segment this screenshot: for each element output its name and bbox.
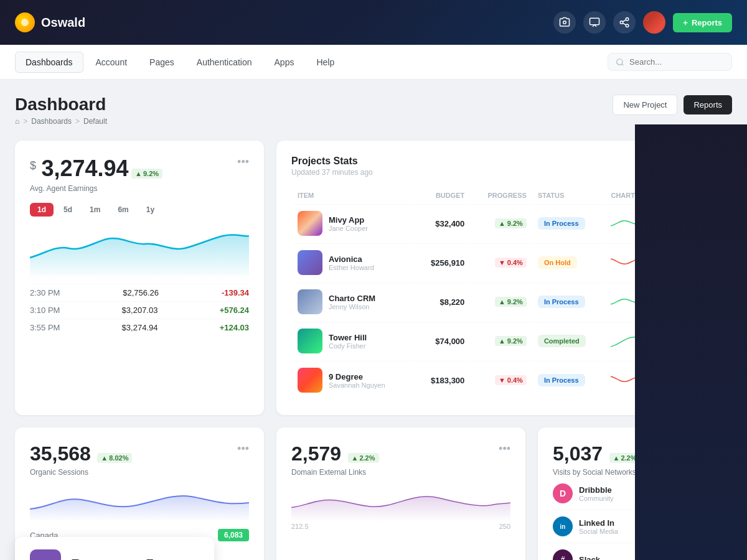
- page-title: Dashboard: [15, 95, 107, 114]
- nav-bar: Dashboards Account Pages Authentication …: [0, 45, 747, 80]
- nav-pages[interactable]: Pages: [139, 52, 184, 72]
- reports-button[interactable]: Reports: [684, 95, 732, 114]
- projects-title: Projects Stats: [291, 156, 373, 167]
- nav-links: Dashboards Account Pages Authentication …: [15, 52, 344, 73]
- new-project-button[interactable]: New Project: [613, 95, 677, 115]
- search-input[interactable]: [629, 57, 723, 67]
- organic-badge: ▲ 8.02%: [97, 453, 132, 463]
- domain-label: Domain External Links: [291, 468, 379, 477]
- logo-icon: [15, 12, 35, 32]
- earnings-row-2: 3:10 PM $3,207.03 +576.24: [30, 301, 249, 319]
- status-badge: In Process: [538, 217, 585, 230]
- col-budget: BUDGET: [415, 188, 469, 203]
- col-status: STATUS: [533, 188, 605, 203]
- domain-chart: [291, 484, 510, 521]
- project-icon-avionica: [298, 250, 322, 275]
- project-item: Mivy App Jane Cooper: [298, 211, 409, 236]
- search-icon: [616, 58, 624, 67]
- domain-header: 2,579 ▲ 2.2% Domain External Links •••: [291, 442, 510, 477]
- domain-number: 2,579: [291, 442, 341, 465]
- svg-line-8: [622, 63, 624, 65]
- domain-badge: ▲ 2.2%: [348, 453, 379, 463]
- nav-account[interactable]: Account: [86, 52, 138, 72]
- domain-more-btn[interactable]: •••: [499, 442, 510, 455]
- svg-point-0: [563, 21, 566, 24]
- nav-help[interactable]: Help: [306, 52, 344, 72]
- earnings-card: $ 3,274.94 ▲ 9.2% Avg. Agent Earnings ••…: [15, 141, 264, 415]
- domain-number-row: 2,579 ▲ 2.2%: [291, 442, 379, 465]
- home-icon: ⌂: [15, 117, 19, 126]
- linkedin-icon: in: [553, 516, 573, 536]
- earnings-label: Avg. Agent Earnings: [30, 184, 162, 193]
- projects-title-area: Projects Stats Updated 37 minutes ago: [291, 156, 373, 177]
- bootstrap-overlay: B Bootstrap 5: [15, 537, 214, 560]
- dark-overlay: [635, 124, 747, 560]
- svg-point-7: [617, 58, 622, 64]
- earnings-amount: 3,274.94: [41, 156, 128, 181]
- project-icon-tower: [298, 329, 322, 353]
- cards-row: $ 3,274.94 ▲ 9.2% Avg. Agent Earnings ••…: [15, 141, 732, 415]
- earnings-info: $ 3,274.94 ▲ 9.2% Avg. Agent Earnings: [30, 156, 162, 193]
- time-filter: 1d 5d 1m 6m 1y: [30, 203, 249, 217]
- bootstrap-text: Bootstrap 5: [71, 556, 154, 560]
- dollar-sign: $: [30, 159, 36, 172]
- status-badge: On Hold: [538, 256, 577, 269]
- top-actions: + Reports: [553, 11, 732, 34]
- chart-svg: [30, 226, 249, 276]
- organic-number-row: 35,568 ▲ 8.02%: [30, 442, 132, 465]
- col-progress: PROGRESS: [471, 188, 532, 203]
- page-title-area: Dashboard ⌂ > Dashboards > Default: [15, 95, 107, 126]
- organic-chart: [30, 484, 249, 521]
- status-badge: In Process: [538, 374, 585, 386]
- time-1m[interactable]: 1m: [82, 203, 108, 217]
- project-icon-mivy: [298, 211, 322, 236]
- breadcrumb-default: Default: [83, 117, 107, 126]
- avatar[interactable]: [643, 11, 665, 34]
- social-label: Visits by Social Networks: [553, 468, 641, 477]
- nav-authentication[interactable]: Authentication: [187, 52, 262, 72]
- plus-icon: +: [683, 18, 688, 27]
- svg-rect-1: [590, 18, 599, 25]
- logo-area: Oswald: [15, 12, 85, 32]
- earnings-header: $ 3,274.94 ▲ 9.2% Avg. Agent Earnings ••…: [30, 156, 249, 193]
- share-icon-btn[interactable]: [613, 11, 636, 34]
- project-item: Tower Hill Cody Fisher: [298, 329, 409, 353]
- organic-label: Organic Sessions: [30, 468, 132, 477]
- social-number: 5,037: [553, 442, 603, 465]
- camera-icon-btn[interactable]: [553, 11, 576, 34]
- monitor-icon-btn[interactable]: [583, 11, 606, 34]
- more-button[interactable]: •••: [237, 156, 249, 169]
- project-icon-charto: [298, 289, 322, 314]
- earnings-badge: ▲ 9.2%: [131, 169, 162, 179]
- status-badge: In Process: [538, 296, 585, 308]
- time-1d[interactable]: 1d: [30, 203, 54, 217]
- bootstrap-icon: B: [30, 549, 61, 560]
- earnings-amount-row: $ 3,274.94 ▲ 9.2%: [30, 156, 162, 182]
- project-item: Avionica Esther Howard: [298, 250, 409, 275]
- col-item: ITEM: [293, 188, 414, 203]
- project-item: 9 Degree Savannah Nguyen: [298, 368, 409, 393]
- svg-line-5: [623, 23, 626, 25]
- project-item: Charto CRM Jenny Wilson: [298, 289, 409, 314]
- earnings-chart: [30, 226, 249, 276]
- invite-button[interactable]: + Reports: [673, 13, 732, 32]
- search-box: [608, 53, 732, 71]
- svg-point-3: [621, 21, 624, 24]
- svg-point-4: [626, 24, 629, 27]
- breadcrumb: ⌂ > Dashboards > Default: [15, 117, 107, 126]
- app-name: Oswald: [41, 16, 85, 30]
- country-value: 6,083: [218, 529, 249, 541]
- dribbble-icon: D: [553, 483, 573, 503]
- svg-line-6: [623, 20, 626, 22]
- social-number-row: 5,037 ▲ 2.2%: [553, 442, 641, 465]
- nav-apps[interactable]: Apps: [265, 52, 304, 72]
- nav-dashboards[interactable]: Dashboards: [15, 52, 83, 73]
- time-1y[interactable]: 1y: [139, 203, 162, 217]
- top-bar: Oswald + Reports: [0, 0, 747, 45]
- earnings-row-1: 2:30 PM $2,756.26 -139.34: [30, 284, 249, 301]
- time-5d[interactable]: 5d: [56, 203, 80, 217]
- status-badge: Completed: [538, 335, 586, 347]
- time-6m[interactable]: 6m: [110, 203, 136, 217]
- svg-point-2: [626, 18, 629, 21]
- organic-more-btn[interactable]: •••: [237, 442, 249, 455]
